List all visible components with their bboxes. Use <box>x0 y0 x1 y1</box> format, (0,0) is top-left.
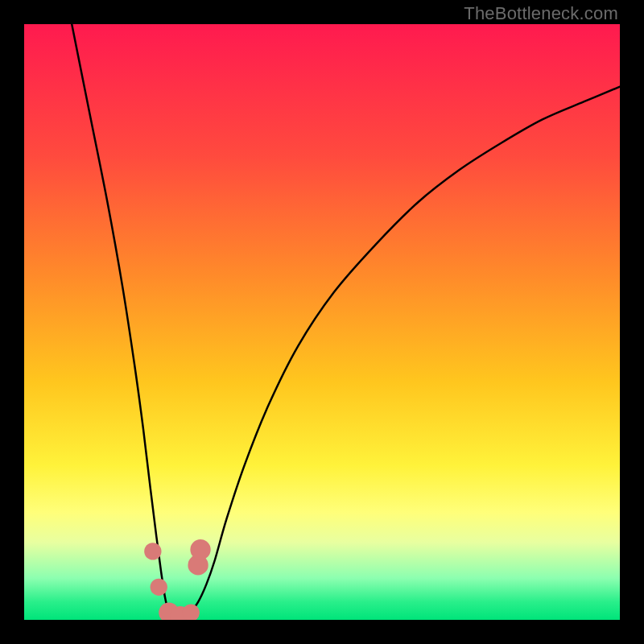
watermark-label: TheBottleneck.com <box>464 3 618 24</box>
bottleneck-curve <box>72 24 620 618</box>
dot-left-lower <box>151 579 167 596</box>
marker-dots <box>144 539 211 620</box>
dot-left-upper <box>144 543 161 559</box>
dot-bottom-c <box>183 604 200 620</box>
chart-frame: TheBottleneck.com <box>0 0 644 644</box>
dot-right-b <box>190 539 210 559</box>
curve-layer <box>24 24 620 620</box>
plot-area <box>24 24 620 620</box>
